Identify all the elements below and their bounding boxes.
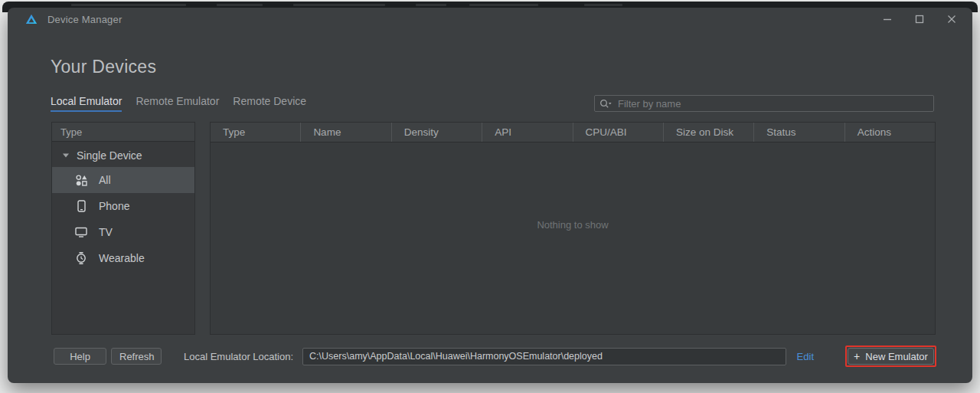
- device-manager-window: Device Manager Your Devices Lo: [8, 8, 972, 383]
- sidebar-item-wearable[interactable]: Wearable: [52, 245, 194, 271]
- new-emulator-highlight: + New Emulator: [845, 346, 936, 367]
- maximize-button[interactable]: [906, 9, 933, 29]
- close-button[interactable]: [939, 9, 965, 29]
- sidebar-item-label: TV: [99, 226, 113, 238]
- new-emulator-label: New Emulator: [865, 351, 928, 362]
- background-artifact: [217, 4, 263, 6]
- column-header-api[interactable]: API: [482, 123, 573, 142]
- device-type-panel: Type Single Device: [51, 122, 195, 335]
- search-icon[interactable]: [599, 99, 612, 109]
- column-header-actions[interactable]: Actions: [845, 123, 935, 142]
- column-header-type[interactable]: Type: [211, 123, 301, 142]
- column-header-cpu-abi[interactable]: CPU/ABI: [573, 123, 664, 142]
- content-area: Type Single Device: [51, 122, 936, 335]
- background-artifact: [416, 4, 446, 6]
- phone-icon: [75, 200, 87, 212]
- close-icon: [947, 15, 956, 24]
- location-label: Local Emulator Location:: [184, 351, 293, 362]
- sidebar-item-tv[interactable]: TV: [52, 219, 194, 245]
- deveco-logo-icon: [24, 12, 38, 26]
- plus-icon: +: [854, 350, 860, 362]
- wearable-watch-icon: [75, 252, 87, 264]
- column-header-status[interactable]: Status: [754, 123, 844, 142]
- tab-remote-device[interactable]: Remote Device: [233, 95, 306, 112]
- background-artifact: [71, 4, 186, 6]
- background-artifact: [293, 4, 385, 6]
- refresh-button[interactable]: Refresh: [111, 348, 162, 365]
- sidebar-item-label: All: [99, 174, 111, 186]
- maximize-icon: [915, 15, 924, 24]
- new-emulator-button[interactable]: + New Emulator: [848, 348, 934, 365]
- type-panel-header: Type: [52, 123, 194, 142]
- column-header-density[interactable]: Density: [392, 123, 482, 142]
- tab-local-emulator[interactable]: Local Emulator: [51, 95, 122, 112]
- minimize-button[interactable]: [874, 9, 900, 29]
- tree-group-single-device[interactable]: Single Device: [52, 143, 194, 167]
- footer-bar: Help Refresh Local Emulator Location: Ed…: [54, 346, 936, 366]
- collapse-caret-icon[interactable]: [62, 152, 70, 159]
- table-header-row: Type Name Density API CPU/ABI Size on Di…: [211, 123, 935, 142]
- tab-remote-emulator[interactable]: Remote Emulator: [136, 95, 219, 112]
- page-title: Your Devices: [51, 57, 972, 77]
- column-header-name[interactable]: Name: [301, 123, 391, 142]
- device-table-panel: Type Name Density API CPU/ABI Size on Di…: [210, 122, 936, 335]
- window-controls: [868, 9, 965, 29]
- device-type-tree: Single Device All: [52, 142, 194, 271]
- title-bar[interactable]: Device Manager: [8, 8, 972, 31]
- location-input[interactable]: [302, 348, 786, 365]
- help-button[interactable]: Help: [54, 348, 106, 365]
- tv-icon: [75, 227, 87, 237]
- sidebar-item-label: Wearable: [99, 252, 145, 264]
- tree-group-label: Single Device: [77, 149, 142, 162]
- background-artifact: [584, 4, 622, 6]
- minimize-icon: [883, 15, 892, 24]
- empty-state-text: Nothing to show: [211, 219, 935, 231]
- sidebar-item-phone[interactable]: Phone: [52, 193, 194, 219]
- sidebar-item-all[interactable]: All: [52, 167, 194, 193]
- background-artifact: [469, 4, 538, 6]
- all-categories-icon: [75, 175, 87, 186]
- edit-link[interactable]: Edit: [797, 351, 814, 362]
- column-header-size-on-disk[interactable]: Size on Disk: [664, 123, 754, 142]
- tab-bar: Local Emulator Remote Emulator Remote De…: [51, 95, 934, 112]
- filter-field[interactable]: [594, 95, 934, 112]
- filter-input[interactable]: [618, 98, 929, 110]
- table-body: Nothing to show: [211, 142, 935, 334]
- sidebar-item-label: Phone: [99, 200, 129, 212]
- window-title: Device Manager: [47, 14, 122, 25]
